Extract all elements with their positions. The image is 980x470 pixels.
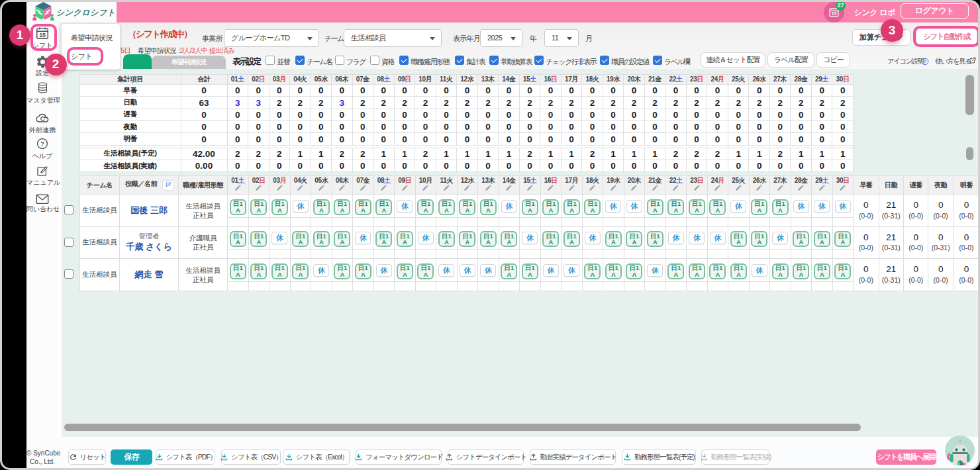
- svg-text:?: ?: [40, 140, 44, 147]
- svg-text:15: 15: [832, 11, 837, 16]
- svg-text:?: ?: [924, 59, 926, 64]
